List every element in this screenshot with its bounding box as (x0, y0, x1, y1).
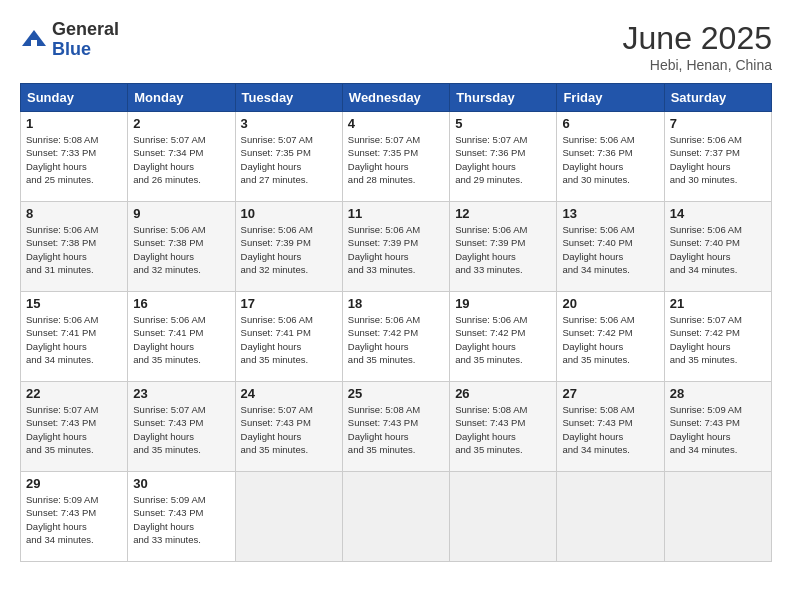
logo-text: General Blue (52, 20, 119, 60)
calendar-cell: 5 Sunrise: 5:07 AM Sunset: 7:36 PM Dayli… (450, 112, 557, 202)
calendar-cell: 6 Sunrise: 5:06 AM Sunset: 7:36 PM Dayli… (557, 112, 664, 202)
day-number: 5 (455, 116, 551, 131)
day-number: 18 (348, 296, 444, 311)
calendar-cell: 12 Sunrise: 5:06 AM Sunset: 7:39 PM Dayl… (450, 202, 557, 292)
calendar-cell: 17 Sunrise: 5:06 AM Sunset: 7:41 PM Dayl… (235, 292, 342, 382)
calendar-week-2: 15 Sunrise: 5:06 AM Sunset: 7:41 PM Dayl… (21, 292, 772, 382)
day-info: Sunrise: 5:08 AM Sunset: 7:43 PM Dayligh… (455, 403, 551, 456)
day-info: Sunrise: 5:09 AM Sunset: 7:43 PM Dayligh… (133, 493, 229, 546)
calendar-week-3: 22 Sunrise: 5:07 AM Sunset: 7:43 PM Dayl… (21, 382, 772, 472)
day-info: Sunrise: 5:06 AM Sunset: 7:41 PM Dayligh… (133, 313, 229, 366)
calendar-cell: 8 Sunrise: 5:06 AM Sunset: 7:38 PM Dayli… (21, 202, 128, 292)
calendar-week-1: 8 Sunrise: 5:06 AM Sunset: 7:38 PM Dayli… (21, 202, 772, 292)
col-tuesday: Tuesday (235, 84, 342, 112)
title-block: June 2025 Hebi, Henan, China (623, 20, 772, 73)
day-number: 19 (455, 296, 551, 311)
day-info: Sunrise: 5:06 AM Sunset: 7:36 PM Dayligh… (562, 133, 658, 186)
day-number: 2 (133, 116, 229, 131)
day-number: 24 (241, 386, 337, 401)
calendar-cell: 30 Sunrise: 5:09 AM Sunset: 7:43 PM Dayl… (128, 472, 235, 562)
calendar-cell: 25 Sunrise: 5:08 AM Sunset: 7:43 PM Dayl… (342, 382, 449, 472)
day-info: Sunrise: 5:07 AM Sunset: 7:43 PM Dayligh… (241, 403, 337, 456)
calendar-cell: 21 Sunrise: 5:07 AM Sunset: 7:42 PM Dayl… (664, 292, 771, 382)
day-info: Sunrise: 5:09 AM Sunset: 7:43 PM Dayligh… (670, 403, 766, 456)
day-number: 26 (455, 386, 551, 401)
day-info: Sunrise: 5:08 AM Sunset: 7:43 PM Dayligh… (348, 403, 444, 456)
calendar-cell: 15 Sunrise: 5:06 AM Sunset: 7:41 PM Dayl… (21, 292, 128, 382)
calendar-week-4: 29 Sunrise: 5:09 AM Sunset: 7:43 PM Dayl… (21, 472, 772, 562)
calendar-cell: 28 Sunrise: 5:09 AM Sunset: 7:43 PM Dayl… (664, 382, 771, 472)
day-number: 8 (26, 206, 122, 221)
calendar-cell: 23 Sunrise: 5:07 AM Sunset: 7:43 PM Dayl… (128, 382, 235, 472)
calendar-cell: 2 Sunrise: 5:07 AM Sunset: 7:34 PM Dayli… (128, 112, 235, 202)
day-number: 11 (348, 206, 444, 221)
calendar-cell: 29 Sunrise: 5:09 AM Sunset: 7:43 PM Dayl… (21, 472, 128, 562)
day-number: 25 (348, 386, 444, 401)
day-info: Sunrise: 5:06 AM Sunset: 7:39 PM Dayligh… (455, 223, 551, 276)
day-info: Sunrise: 5:06 AM Sunset: 7:40 PM Dayligh… (670, 223, 766, 276)
day-info: Sunrise: 5:07 AM Sunset: 7:34 PM Dayligh… (133, 133, 229, 186)
calendar-cell: 27 Sunrise: 5:08 AM Sunset: 7:43 PM Dayl… (557, 382, 664, 472)
svg-rect-1 (31, 40, 37, 48)
header-row: Sunday Monday Tuesday Wednesday Thursday… (21, 84, 772, 112)
day-info: Sunrise: 5:06 AM Sunset: 7:37 PM Dayligh… (670, 133, 766, 186)
col-wednesday: Wednesday (342, 84, 449, 112)
col-monday: Monday (128, 84, 235, 112)
day-number: 7 (670, 116, 766, 131)
day-number: 23 (133, 386, 229, 401)
calendar-cell: 26 Sunrise: 5:08 AM Sunset: 7:43 PM Dayl… (450, 382, 557, 472)
col-sunday: Sunday (21, 84, 128, 112)
day-info: Sunrise: 5:07 AM Sunset: 7:42 PM Dayligh… (670, 313, 766, 366)
day-info: Sunrise: 5:07 AM Sunset: 7:43 PM Dayligh… (133, 403, 229, 456)
day-info: Sunrise: 5:06 AM Sunset: 7:40 PM Dayligh… (562, 223, 658, 276)
calendar-cell: 7 Sunrise: 5:06 AM Sunset: 7:37 PM Dayli… (664, 112, 771, 202)
calendar-cell: 18 Sunrise: 5:06 AM Sunset: 7:42 PM Dayl… (342, 292, 449, 382)
day-info: Sunrise: 5:06 AM Sunset: 7:42 PM Dayligh… (348, 313, 444, 366)
calendar-cell: 13 Sunrise: 5:06 AM Sunset: 7:40 PM Dayl… (557, 202, 664, 292)
day-info: Sunrise: 5:07 AM Sunset: 7:35 PM Dayligh… (348, 133, 444, 186)
calendar-cell: 1 Sunrise: 5:08 AM Sunset: 7:33 PM Dayli… (21, 112, 128, 202)
col-friday: Friday (557, 84, 664, 112)
calendar-cell: 16 Sunrise: 5:06 AM Sunset: 7:41 PM Dayl… (128, 292, 235, 382)
day-number: 13 (562, 206, 658, 221)
calendar-cell: 22 Sunrise: 5:07 AM Sunset: 7:43 PM Dayl… (21, 382, 128, 472)
day-info: Sunrise: 5:06 AM Sunset: 7:39 PM Dayligh… (241, 223, 337, 276)
calendar-cell: 11 Sunrise: 5:06 AM Sunset: 7:39 PM Dayl… (342, 202, 449, 292)
calendar-cell: 4 Sunrise: 5:07 AM Sunset: 7:35 PM Dayli… (342, 112, 449, 202)
day-number: 10 (241, 206, 337, 221)
logo: General Blue (20, 20, 119, 60)
logo-general: General (52, 20, 119, 40)
day-number: 28 (670, 386, 766, 401)
calendar-cell (557, 472, 664, 562)
day-info: Sunrise: 5:09 AM Sunset: 7:43 PM Dayligh… (26, 493, 122, 546)
day-number: 16 (133, 296, 229, 311)
day-number: 4 (348, 116, 444, 131)
day-number: 22 (26, 386, 122, 401)
day-info: Sunrise: 5:07 AM Sunset: 7:35 PM Dayligh… (241, 133, 337, 186)
calendar-cell: 19 Sunrise: 5:06 AM Sunset: 7:42 PM Dayl… (450, 292, 557, 382)
subtitle: Hebi, Henan, China (623, 57, 772, 73)
calendar-cell (450, 472, 557, 562)
day-number: 20 (562, 296, 658, 311)
day-number: 15 (26, 296, 122, 311)
col-thursday: Thursday (450, 84, 557, 112)
day-number: 17 (241, 296, 337, 311)
day-info: Sunrise: 5:06 AM Sunset: 7:41 PM Dayligh… (241, 313, 337, 366)
calendar-cell: 3 Sunrise: 5:07 AM Sunset: 7:35 PM Dayli… (235, 112, 342, 202)
calendar-cell: 10 Sunrise: 5:06 AM Sunset: 7:39 PM Dayl… (235, 202, 342, 292)
day-info: Sunrise: 5:06 AM Sunset: 7:41 PM Dayligh… (26, 313, 122, 366)
calendar-week-0: 1 Sunrise: 5:08 AM Sunset: 7:33 PM Dayli… (21, 112, 772, 202)
day-info: Sunrise: 5:08 AM Sunset: 7:33 PM Dayligh… (26, 133, 122, 186)
day-info: Sunrise: 5:07 AM Sunset: 7:36 PM Dayligh… (455, 133, 551, 186)
day-number: 14 (670, 206, 766, 221)
calendar-cell: 14 Sunrise: 5:06 AM Sunset: 7:40 PM Dayl… (664, 202, 771, 292)
day-number: 12 (455, 206, 551, 221)
calendar-cell (342, 472, 449, 562)
calendar-cell: 20 Sunrise: 5:06 AM Sunset: 7:42 PM Dayl… (557, 292, 664, 382)
day-number: 27 (562, 386, 658, 401)
page-header: General Blue June 2025 Hebi, Henan, Chin… (20, 20, 772, 73)
day-info: Sunrise: 5:06 AM Sunset: 7:42 PM Dayligh… (455, 313, 551, 366)
day-number: 6 (562, 116, 658, 131)
calendar-table: Sunday Monday Tuesday Wednesday Thursday… (20, 83, 772, 562)
day-number: 3 (241, 116, 337, 131)
